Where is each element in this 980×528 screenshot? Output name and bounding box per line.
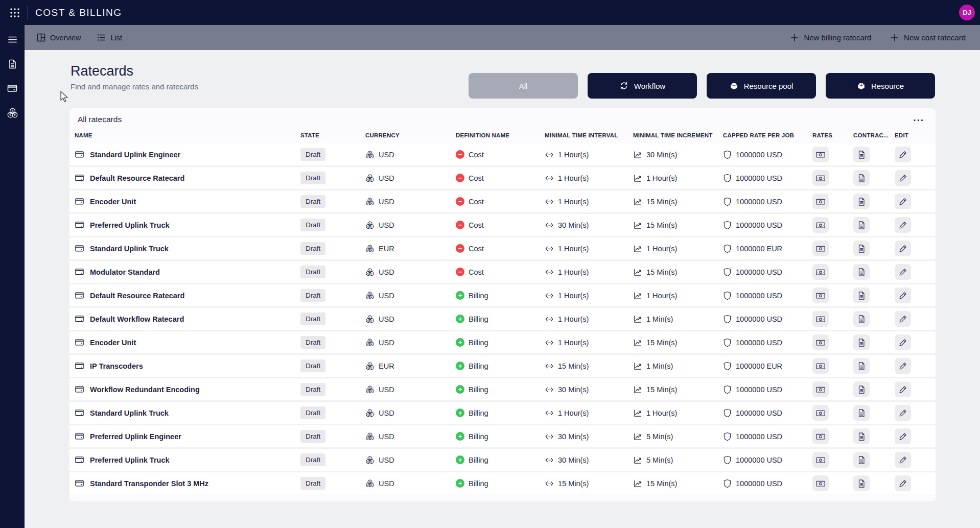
edit-button[interactable] [895, 264, 911, 280]
edit-button[interactable] [895, 334, 911, 350]
contract-document-icon [857, 150, 866, 159]
table-row[interactable]: IP Transcoders Draft $ € ¥ EUR + Billing [69, 355, 936, 377]
contract-button[interactable] [853, 217, 870, 233]
currencies-icon[interactable]: $ € ¥ [2, 103, 22, 123]
contract-button[interactable] [853, 428, 870, 444]
rates-button[interactable] [812, 147, 829, 162]
ratecard-icon [75, 385, 84, 394]
tab-overview[interactable]: Overview [31, 25, 87, 50]
table-row[interactable]: Default Resource Ratecard Draft $ € ¥ US… [69, 167, 936, 189]
svg-text:¥: ¥ [371, 248, 373, 251]
rates-button[interactable] [812, 428, 829, 444]
table-row[interactable]: Preferred Uplink Truck Draft $ € ¥ USD +… [69, 449, 936, 471]
table-row[interactable]: Preferred Uplink Truck Draft $ € ¥ USD −… [69, 214, 936, 236]
contract-button[interactable] [853, 334, 870, 350]
rates-button[interactable] [812, 194, 829, 209]
contract-button[interactable] [853, 287, 870, 303]
tab-list[interactable]: List [91, 25, 128, 50]
ratecard-name: Preferred Uplink Engineer [90, 433, 181, 441]
rates-button[interactable] [812, 264, 829, 280]
menu-icon[interactable] [2, 29, 22, 50]
edit-button[interactable] [895, 358, 911, 374]
edit-button[interactable] [895, 147, 911, 162]
edit-button[interactable] [895, 381, 911, 397]
app-launcher-icon[interactable] [7, 5, 22, 20]
filter-resource-pool-button[interactable]: Resource pool [707, 73, 816, 99]
new-billing-ratecard-button[interactable]: New billing ratecard [784, 25, 877, 50]
rates-button[interactable] [812, 241, 829, 256]
contract-button[interactable] [853, 311, 870, 327]
svg-text:¥: ¥ [371, 201, 373, 204]
table-row[interactable]: Workflow Redundant Encoding Draft $ € ¥ … [69, 378, 936, 400]
contract-document-icon [857, 432, 866, 441]
edit-button[interactable] [895, 194, 911, 209]
contract-button[interactable] [853, 452, 870, 468]
ratecard-name: Default Resource Ratecard [90, 292, 184, 300]
rates-button[interactable] [812, 475, 829, 491]
edit-button[interactable] [895, 217, 911, 233]
contract-button[interactable] [853, 170, 870, 186]
column-header-rates: RATES [812, 132, 853, 138]
contract-button[interactable] [853, 405, 870, 421]
table-row[interactable]: Standard Uplink Truck Draft $ € ¥ USD + … [69, 402, 936, 424]
rates-button[interactable] [812, 452, 829, 468]
ratecard-icon [75, 338, 84, 347]
table-row[interactable]: Preferred Uplink Engineer Draft $ € ¥ US… [69, 425, 936, 447]
contract-button[interactable] [853, 358, 870, 374]
table-row[interactable]: Standard Uplink Truck Draft $ € ¥ EUR − … [69, 237, 936, 259]
filter-workflow-button[interactable]: Workflow [588, 73, 697, 99]
edit-button[interactable] [895, 287, 911, 303]
rates-button[interactable] [812, 358, 829, 374]
rates-button[interactable] [812, 311, 829, 327]
edit-button[interactable] [895, 311, 911, 327]
edit-button[interactable] [895, 428, 911, 444]
table-menu-button[interactable]: ... [911, 115, 926, 121]
edit-button[interactable] [895, 452, 911, 468]
edit-button[interactable] [895, 475, 911, 491]
definition-name: Billing [469, 339, 488, 347]
rates-button[interactable] [812, 381, 829, 397]
minimal-time-interval-value: 15 Min(s) [558, 362, 589, 370]
table-row[interactable]: Default Workflow Ratecard Draft $ € ¥ US… [69, 308, 936, 330]
pencil-icon [898, 338, 907, 347]
rates-button[interactable] [812, 334, 829, 350]
minimal-time-interval-value: 1 Hour(s) [558, 198, 589, 206]
capped-rate-value: 1000000 USD [736, 174, 782, 182]
contract-button[interactable] [853, 264, 870, 280]
rates-button[interactable] [812, 405, 829, 421]
minimal-time-interval-value: 1 Hour(s) [558, 151, 589, 159]
table-row[interactable]: Standard Transponder Slot 3 MHz Draft $ … [69, 472, 936, 494]
contract-button[interactable] [853, 241, 870, 256]
document-icon[interactable] [2, 54, 22, 74]
table-row[interactable]: Standard Uplink Engineer Draft $ € ¥ USD… [69, 143, 936, 165]
ratecard-name: Standard Uplink Engineer [90, 151, 180, 159]
interval-arrows-icon [545, 409, 554, 418]
new-cost-ratecard-button[interactable]: New cost ratecard [884, 25, 972, 50]
shield-icon [723, 338, 732, 347]
rates-button[interactable] [812, 170, 829, 186]
table-row[interactable]: Encoder Unit Draft $ € ¥ USD + Billing [69, 331, 936, 353]
rates-button[interactable] [812, 217, 829, 233]
avatar[interactable]: DJ [959, 5, 975, 20]
filter-all-button[interactable]: All [469, 73, 578, 99]
table-row[interactable]: Encoder Unit Draft $ € ¥ USD − Cost [69, 190, 936, 212]
edit-button[interactable] [895, 405, 911, 421]
table-row[interactable]: Modulator Standard Draft $ € ¥ USD − Cos… [69, 261, 936, 283]
svg-text:¥: ¥ [371, 154, 373, 157]
contract-document-icon [857, 268, 866, 277]
contract-button[interactable] [853, 475, 870, 491]
filter-resource-button[interactable]: Resource [826, 73, 935, 99]
ratecard-icon [75, 455, 84, 465]
table-row[interactable]: Default Resource Ratecard Draft $ € ¥ US… [69, 284, 936, 306]
sync-icon [619, 81, 628, 90]
currency-value: USD [379, 221, 394, 229]
contract-button[interactable] [853, 381, 870, 397]
rates-button[interactable] [812, 287, 829, 303]
contract-button[interactable] [853, 194, 870, 209]
shield-icon [723, 197, 732, 206]
trend-up-icon [633, 174, 642, 183]
card-icon[interactable] [2, 78, 22, 99]
edit-button[interactable] [895, 170, 911, 186]
edit-button[interactable] [895, 241, 911, 256]
contract-button[interactable] [853, 147, 870, 162]
